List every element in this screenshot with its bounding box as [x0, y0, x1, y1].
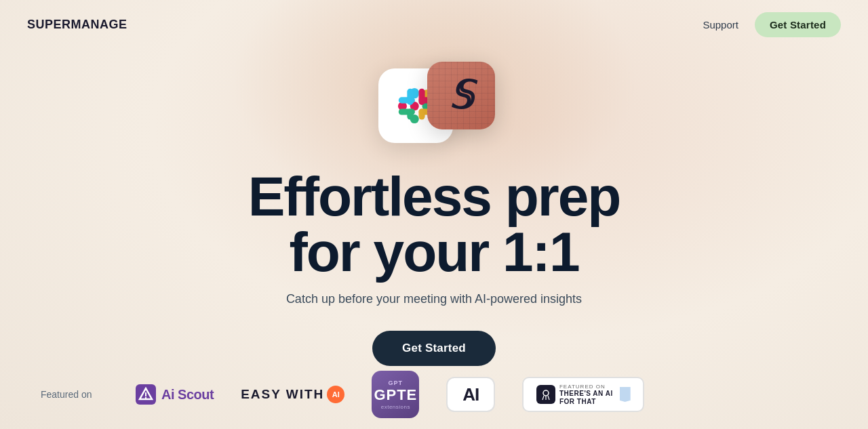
ai-badge-text: AI: [462, 384, 479, 405]
headline: Effortless prep for your 1:1: [248, 169, 620, 280]
gpte-main-text: GPTE: [374, 386, 417, 404]
featured-strip: Featured on Ai Scout EASY WITH AI GPT GP…: [0, 360, 868, 429]
gpte-bottom-text: extensions: [381, 404, 410, 410]
easywith-text: EASY WITH: [241, 387, 324, 402]
nav-cta-button[interactable]: Get Started: [755, 12, 841, 37]
svg-point-18: [543, 390, 549, 396]
svg-point-17: [145, 397, 146, 399]
brand-logo[interactable]: SUPERMANAGE: [27, 18, 127, 32]
logo-aiscout: Ai Scout: [136, 384, 214, 405]
logo-taaift: FEATURED ON There's An AIFor That: [522, 377, 644, 412]
taaift-text-block: FEATURED ON There's An AIFor That: [559, 384, 613, 406]
aiscout-text-label: Ai Scout: [161, 387, 214, 403]
script-s-letter: 𝕊: [449, 77, 473, 115]
gpte-top-text: GPT: [389, 380, 403, 386]
taaift-bookmark-icon: [620, 387, 631, 402]
easywith-ai-bubble: AI: [327, 386, 344, 403]
hero-section: 𝕊 Effortless prep for your 1:1 Catch up …: [0, 49, 868, 366]
featured-logos: Ai Scout EASY WITH AI GPT GPTE extension…: [136, 371, 827, 418]
logo-ai-badge: AI: [446, 377, 495, 412]
navbar: SUPERMANAGE Support Get Started: [0, 0, 868, 49]
featured-label: Featured on: [41, 389, 108, 400]
script-s-icon: 𝕊: [427, 62, 495, 129]
logo-gpte: GPT GPTE extensions: [372, 371, 419, 418]
taaift-featured-text: FEATURED ON: [559, 384, 613, 390]
svg-rect-8: [399, 97, 415, 103]
headline-line1: Effortless prep: [248, 165, 620, 227]
taaift-badge-icon: [536, 385, 555, 404]
app-icons-container: 𝕊: [373, 62, 495, 150]
svg-rect-14: [418, 108, 425, 119]
logo-easywith: EASY WITH AI: [241, 386, 344, 403]
nav-right: Support Get Started: [703, 12, 841, 37]
support-link[interactable]: Support: [703, 19, 738, 30]
hero-subtitle: Catch up before your meeting with AI-pow…: [286, 292, 582, 306]
taaift-main-text: There's An AIFor That: [559, 390, 613, 406]
svg-rect-10: [407, 108, 413, 119]
aiscout-icon: [136, 384, 156, 405]
headline-line2: for your 1:1: [289, 221, 578, 283]
